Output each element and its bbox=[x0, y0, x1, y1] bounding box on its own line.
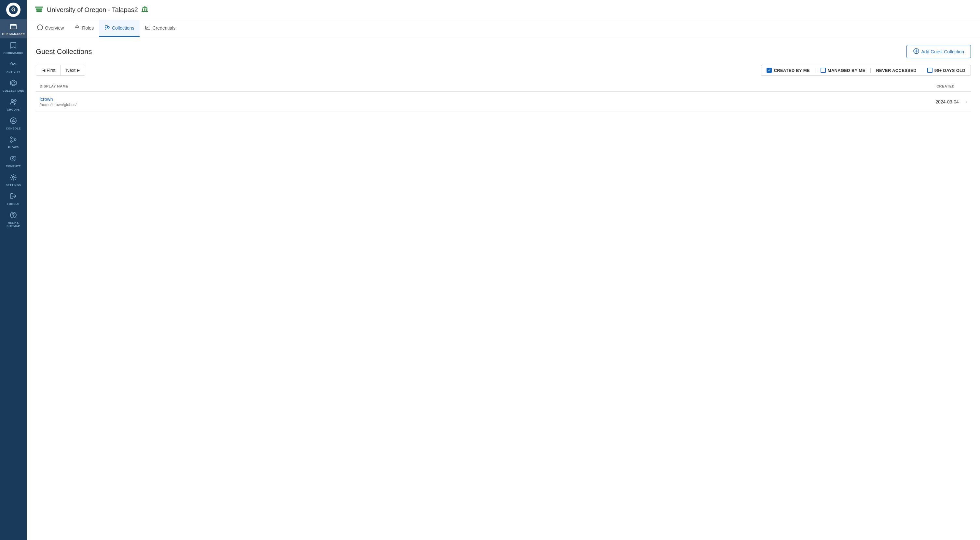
managed-by-me-checkbox[interactable] bbox=[821, 68, 826, 73]
sidebar-item-collections[interactable]: COLLECTIONS bbox=[0, 76, 27, 95]
activity-icon bbox=[10, 60, 17, 69]
svg-point-16 bbox=[11, 141, 12, 143]
sidebar-item-console-label: CONSOLE bbox=[6, 127, 21, 130]
sidebar-item-logout[interactable]: LOGOUT bbox=[0, 189, 27, 208]
bookmarks-icon bbox=[10, 41, 17, 51]
next-page-icon: ▶ bbox=[77, 68, 80, 73]
collections-tab-icon bbox=[104, 24, 110, 32]
filter-days-old-label: 90+ DAYS OLD bbox=[934, 68, 966, 73]
page-header: Guest Collections Add Guest Collection bbox=[36, 45, 971, 58]
sidebar-item-compute[interactable]: COMPUTE bbox=[0, 152, 27, 170]
svg-rect-32 bbox=[142, 11, 148, 12]
logo-icon: G bbox=[6, 3, 21, 17]
compute-icon bbox=[10, 155, 17, 164]
col-display-name: DISPLAY NAME bbox=[36, 81, 533, 92]
filter-managed-by-me[interactable]: MANAGED BY ME bbox=[815, 68, 865, 73]
next-page-button[interactable]: Next ▶ bbox=[61, 65, 85, 75]
svg-point-43 bbox=[146, 27, 147, 28]
svg-rect-29 bbox=[142, 8, 143, 11]
filter-never-accessed-label: NEVER ACCESSED bbox=[876, 68, 916, 73]
svg-line-12 bbox=[13, 120, 14, 121]
sidebar-item-settings[interactable]: SETTINGS bbox=[0, 170, 27, 189]
row-arrow-icon[interactable]: › bbox=[966, 99, 967, 105]
days-old-checkbox[interactable] bbox=[927, 68, 932, 73]
collections-table: DISPLAY NAME CREATED lcrown /home/lcrown… bbox=[36, 81, 971, 112]
file-manager-icon bbox=[10, 23, 17, 32]
collection-name-link[interactable]: lcrown bbox=[40, 97, 53, 102]
tab-roles-label: Roles bbox=[82, 25, 94, 30]
next-page-label: Next bbox=[66, 68, 75, 73]
svg-line-38 bbox=[77, 25, 79, 27]
svg-rect-27 bbox=[37, 10, 41, 12]
sidebar-item-collections-label: COLLECTIONS bbox=[3, 89, 24, 92]
collections-icon bbox=[10, 79, 17, 88]
institution-stack-icon bbox=[35, 5, 44, 15]
filter-created-by-me-label: CREATED BY ME bbox=[774, 68, 810, 73]
svg-line-37 bbox=[75, 25, 77, 27]
bank-icon bbox=[141, 6, 148, 14]
sidebar-item-activity[interactable]: ACTIVITY bbox=[0, 57, 27, 76]
settings-icon bbox=[10, 174, 17, 183]
logout-icon bbox=[10, 192, 17, 202]
svg-rect-25 bbox=[35, 6, 43, 8]
tab-collections[interactable]: Collections bbox=[99, 20, 139, 37]
tab-overview-label: Overview bbox=[45, 25, 64, 30]
table-body: lcrown /home/lcrown/globus/ 2024-03-04 › bbox=[36, 92, 971, 112]
groups-icon bbox=[10, 98, 17, 107]
tab-bar: Overview Roles Collections bbox=[27, 20, 980, 37]
filter-bar: ✓ CREATED BY ME MANAGED BY ME NEVER ACCE… bbox=[761, 65, 971, 76]
sidebar-item-help-label: HELP & SITEMAP bbox=[1, 221, 25, 228]
first-page-label: First bbox=[46, 68, 55, 73]
first-page-icon: |◀ bbox=[41, 68, 45, 73]
table-header: DISPLAY NAME CREATED bbox=[36, 81, 971, 92]
svg-rect-30 bbox=[144, 8, 145, 11]
table-row[interactable]: lcrown /home/lcrown/globus/ 2024-03-04 › bbox=[36, 92, 971, 112]
header-title: University of Oregon - Talapas2 bbox=[47, 6, 138, 14]
main-content: University of Oregon - Talapas2 Overview bbox=[27, 0, 980, 540]
sidebar-item-file-manager[interactable]: FILE MANAGER bbox=[0, 19, 27, 38]
svg-point-21 bbox=[13, 158, 14, 159]
sidebar-item-file-manager-label: FILE MANAGER bbox=[2, 33, 25, 36]
plus-icon bbox=[913, 48, 919, 55]
console-icon bbox=[10, 117, 17, 126]
svg-point-15 bbox=[14, 139, 16, 141]
sidebar-item-settings-label: SETTINGS bbox=[6, 183, 21, 187]
svg-point-14 bbox=[11, 137, 12, 138]
help-icon bbox=[10, 211, 17, 220]
tab-overview[interactable]: Overview bbox=[32, 20, 69, 37]
filter-created-by-me[interactable]: ✓ CREATED BY ME bbox=[767, 68, 810, 73]
tab-credentials[interactable]: Credentials bbox=[140, 20, 181, 37]
filter-90-days-old[interactable]: 90+ DAYS OLD bbox=[922, 68, 966, 73]
svg-point-7 bbox=[10, 118, 16, 124]
add-guest-collection-label: Add Guest Collection bbox=[921, 49, 964, 54]
svg-point-22 bbox=[12, 176, 14, 178]
sidebar-item-console[interactable]: CONSOLE bbox=[0, 114, 27, 133]
svg-text:G: G bbox=[11, 7, 15, 13]
collection-date-cell: 2024-03-04 › bbox=[533, 92, 971, 112]
content-area: Guest Collections Add Guest Collection |… bbox=[27, 37, 980, 540]
svg-line-41 bbox=[105, 28, 106, 30]
svg-line-11 bbox=[12, 120, 13, 121]
tab-roles[interactable]: Roles bbox=[69, 20, 99, 37]
overview-icon bbox=[37, 24, 43, 32]
tab-collections-label: Collections bbox=[112, 25, 134, 30]
sidebar-item-compute-label: COMPUTE bbox=[6, 165, 21, 168]
header: University of Oregon - Talapas2 bbox=[27, 0, 980, 20]
sidebar-item-bookmarks-label: BOOKMARKS bbox=[3, 51, 23, 55]
svg-point-5 bbox=[11, 100, 14, 102]
flows-icon bbox=[10, 136, 17, 145]
sidebar-item-help[interactable]: HELP & SITEMAP bbox=[0, 208, 27, 230]
collection-path: /home/lcrown/globus/ bbox=[40, 102, 529, 107]
col-created: CREATED bbox=[533, 81, 971, 92]
sidebar-item-groups[interactable]: GROUPS bbox=[0, 95, 27, 114]
sidebar-item-bookmarks[interactable]: BOOKMARKS bbox=[0, 38, 27, 57]
sidebar-item-logout-label: LOGOUT bbox=[7, 202, 19, 206]
add-guest-collection-button[interactable]: Add Guest Collection bbox=[907, 45, 971, 58]
svg-point-24 bbox=[13, 216, 14, 217]
page-title: Guest Collections bbox=[36, 48, 92, 56]
filter-managed-by-me-label: MANAGED BY ME bbox=[828, 68, 865, 73]
app-logo[interactable]: G bbox=[0, 0, 27, 19]
first-page-button[interactable]: |◀ First bbox=[36, 65, 61, 75]
sidebar-item-flows[interactable]: FLOWS bbox=[0, 133, 27, 152]
created-by-me-checkbox[interactable]: ✓ bbox=[767, 68, 772, 73]
